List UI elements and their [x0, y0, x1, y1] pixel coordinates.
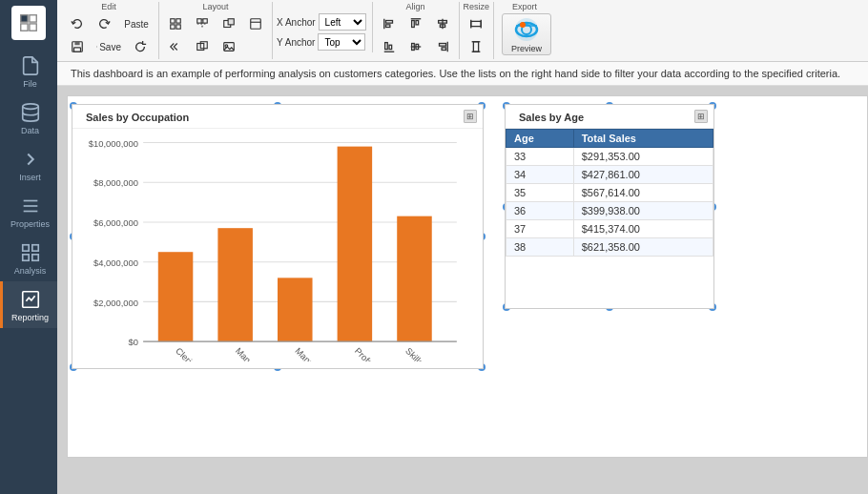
redo-button[interactable] [92, 13, 116, 34]
layout-back-button[interactable] [163, 36, 188, 57]
data-table: Age Total Sales 33$291,353.0034$427,861.… [506, 129, 713, 257]
table-row: 37$415,374.00 [506, 220, 713, 238]
svg-rect-25 [197, 19, 201, 23]
table-expand-icon[interactable]: ⊞ [694, 110, 708, 123]
toolbar-resize-label: Resize [464, 2, 490, 11]
layout-snap-button[interactable] [190, 13, 215, 34]
svg-rect-55 [470, 21, 481, 26]
svg-rect-31 [251, 19, 261, 30]
chart-content: $10,000,000 $8,000,000 $6,000,000 $4,000… [72, 129, 483, 369]
y-anchor-label: Y Anchor [277, 37, 315, 48]
info-bar: This dashboard is an example of performi… [57, 62, 868, 86]
svg-rect-9 [31, 245, 37, 251]
preview-button[interactable]: Preview [502, 13, 551, 55]
svg-rect-11 [31, 255, 37, 260]
svg-rect-1 [30, 15, 36, 22]
cell-age: 34 [506, 166, 574, 184]
paste-label: Paste [124, 19, 149, 30]
svg-rect-53 [439, 44, 445, 47]
svg-text:$8,000,000: $8,000,000 [93, 177, 138, 188]
bar-clerical [158, 252, 194, 341]
svg-rect-30 [228, 19, 234, 25]
svg-rect-58 [473, 42, 478, 52]
chart-title: Sales by Occupation [78, 108, 196, 125]
label-manual: Manual [293, 345, 321, 361]
chart-expand-icon[interactable]: ⊞ [464, 110, 477, 123]
save-button[interactable]: Save [92, 36, 126, 57]
sidebar-item-reporting-label: Reporting [11, 313, 49, 322]
sidebar-item-analysis-label: Analysis [14, 266, 47, 276]
svg-rect-16 [74, 42, 79, 46]
table-row: 38$621,358.00 [506, 238, 713, 257]
layout-resize-button[interactable] [217, 13, 241, 34]
sidebar-item-insert-label: Insert [19, 173, 41, 182]
save-icon-button[interactable] [65, 36, 90, 57]
svg-rect-22 [176, 19, 180, 23]
align-center-h-button[interactable] [430, 13, 455, 34]
svg-rect-26 [203, 19, 207, 23]
app-logo [11, 6, 46, 40]
bar-professional [338, 147, 373, 342]
sidebar-item-analysis[interactable]: Analysis [0, 235, 57, 281]
svg-rect-47 [384, 43, 387, 50]
col-sales: Total Sales [573, 130, 713, 148]
svg-point-65 [520, 22, 526, 28]
canvas-area: Sales by Occupation ⊞ [57, 86, 868, 494]
align-right-button[interactable] [430, 36, 455, 57]
svg-rect-54 [442, 48, 445, 51]
svg-rect-21 [171, 19, 175, 23]
svg-rect-3 [30, 24, 36, 31]
table-row: 36$399,938.00 [506, 202, 713, 220]
table-widget: Sales by Age ⊞ Age Total Sales 33$291, [505, 104, 714, 309]
sidebar-item-file[interactable]: File [0, 48, 57, 94]
paste-button[interactable]: Paste [118, 13, 153, 34]
cell-sales: $399,938.00 [573, 202, 713, 220]
svg-text:$10,000,000: $10,000,000 [89, 138, 138, 149]
svg-rect-23 [171, 25, 175, 29]
align-top-button[interactable] [403, 13, 428, 34]
bar-manual [278, 278, 313, 341]
layout-grid-button[interactable] [163, 13, 188, 34]
main-content: Edit Paste Save [57, 0, 868, 494]
bar-chart-svg: $10,000,000 $8,000,000 $6,000,000 $4,000… [80, 133, 475, 361]
sidebar: File Data Insert Properties [0, 0, 57, 494]
x-anchor-select[interactable]: LeftCenterRight [319, 13, 366, 31]
toolbar-export-label: Export [498, 2, 551, 11]
cell-age: 36 [506, 202, 574, 220]
sidebar-item-properties-label: Properties [10, 219, 50, 229]
undo-button[interactable] [65, 13, 90, 34]
svg-text:$2,000,000: $2,000,000 [93, 298, 138, 308]
sidebar-item-properties[interactable]: Properties [0, 188, 57, 235]
align-left-button[interactable] [377, 13, 402, 34]
align-bottom-button[interactable] [377, 36, 402, 57]
cell-sales: $621,358.00 [573, 238, 713, 257]
svg-rect-0 [21, 15, 28, 22]
table-widget-header: Sales by Age ⊞ [506, 105, 713, 129]
col-age: Age [506, 130, 574, 148]
svg-rect-2 [21, 24, 28, 31]
svg-rect-39 [385, 25, 389, 28]
svg-text:$6,000,000: $6,000,000 [93, 217, 138, 228]
resize-width-button[interactable] [464, 13, 488, 34]
sidebar-item-data[interactable]: Data [0, 94, 57, 141]
refresh-button[interactable] [128, 36, 153, 57]
toolbar-blank-label [277, 2, 366, 11]
save-label: Save [99, 42, 121, 52]
table-row: 34$427,861.00 [506, 166, 713, 184]
align-center-v-button[interactable] [403, 36, 428, 57]
chart-widget: Sales by Occupation ⊞ [72, 104, 484, 369]
svg-rect-17 [74, 48, 81, 51]
sidebar-item-insert[interactable]: Insert [0, 141, 57, 188]
resize-height-button[interactable] [464, 36, 488, 57]
svg-rect-41 [411, 21, 414, 28]
toolbar-align-label: Align [377, 2, 455, 11]
toolbar-edit-label: Edit [65, 2, 153, 11]
layout-forward-button[interactable] [190, 36, 215, 57]
y-anchor-select[interactable]: TopMiddleBottom [318, 33, 365, 51]
svg-rect-24 [176, 25, 180, 29]
layout-container-button[interactable] [243, 13, 268, 34]
layout-image-button[interactable] [217, 36, 241, 57]
svg-rect-10 [22, 255, 28, 260]
sidebar-item-reporting[interactable]: Reporting [0, 281, 57, 328]
preview-label: Preview [511, 44, 542, 53]
